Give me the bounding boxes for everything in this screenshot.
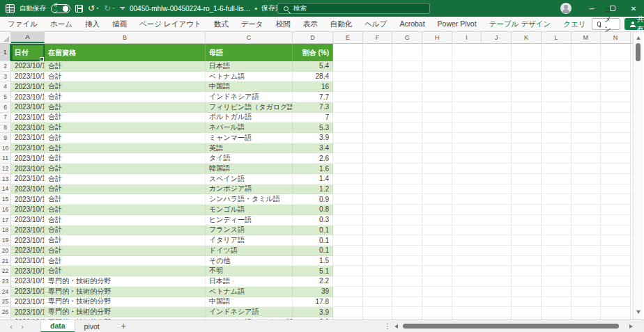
column-header-J[interactable]: J <box>482 32 512 43</box>
row-header-6[interactable]: 6 <box>0 102 11 113</box>
cell-C23[interactable]: 日本語 <box>206 276 293 287</box>
empty-cells-row-9[interactable] <box>333 133 633 143</box>
minimize-button[interactable]: ─ <box>581 0 602 17</box>
vertical-scrollbar-thumb[interactable] <box>636 43 641 61</box>
cell-D22[interactable]: 5.1 <box>293 266 333 276</box>
cell-B3[interactable]: 合計 <box>45 72 206 82</box>
cell-A2[interactable]: 2023/10/1 <box>11 61 45 72</box>
row-header-1[interactable]: 1 <box>0 44 11 61</box>
empty-cells-row-20[interactable] <box>333 246 633 256</box>
empty-cells-row-23[interactable] <box>333 276 633 287</box>
row-header-12[interactable]: 12 <box>0 164 11 174</box>
cell-D14[interactable]: 1.2 <box>293 184 333 195</box>
row-header-18[interactable]: 18 <box>0 226 11 236</box>
scroll-up-icon[interactable] <box>636 36 641 40</box>
sheet-nav-next-icon[interactable]: › <box>17 322 28 331</box>
row-header-14[interactable]: 14 <box>0 184 11 195</box>
cell-D26[interactable]: 3.9 <box>293 307 333 317</box>
cell-A21[interactable]: 2023/10/1 <box>11 256 45 267</box>
cell-C12[interactable]: 韓国語 <box>206 164 293 174</box>
cell-D6[interactable]: 7.3 <box>293 102 333 113</box>
cell-B19[interactable]: 合計 <box>45 235 206 246</box>
ribbon-tab-データ[interactable]: データ <box>235 17 270 31</box>
user-avatar[interactable] <box>560 3 572 14</box>
cell-B20[interactable]: 合計 <box>45 246 206 256</box>
empty-cells-row-2[interactable] <box>333 61 633 72</box>
cell-C3[interactable]: ベトナム語 <box>206 72 293 82</box>
empty-cells-row-24[interactable] <box>333 287 633 297</box>
cell-B14[interactable]: 合計 <box>45 184 206 195</box>
cell-A17[interactable]: 2023/10/1 <box>11 215 45 226</box>
sheet-bar-more-icon[interactable]: ⋮ <box>384 322 391 330</box>
row-header-23[interactable]: 23 <box>0 276 11 287</box>
ribbon-tab-表示[interactable]: 表示 <box>297 17 324 31</box>
row-header-7[interactable]: 7 <box>0 113 11 123</box>
ribbon-tab-挿入[interactable]: 挿入 <box>79 17 106 31</box>
cell-A22[interactable]: 2023/10/1 <box>11 266 45 276</box>
cell-B15[interactable]: 合計 <box>45 194 206 205</box>
cell-C10[interactable]: 英語 <box>206 143 293 154</box>
cell-C1[interactable]: 母語 <box>206 44 293 61</box>
row-header-10[interactable]: 10 <box>0 143 11 154</box>
cell-B9[interactable]: 合計 <box>45 133 206 143</box>
empty-cells-row-14[interactable] <box>333 184 633 195</box>
cell-D10[interactable]: 3.4 <box>293 143 333 154</box>
horizontal-scrollbar-thumb[interactable] <box>403 324 619 329</box>
row-header-24[interactable]: 24 <box>0 287 11 297</box>
cell-C20[interactable]: ドイツ語 <box>206 246 293 256</box>
cell-B10[interactable]: 合計 <box>45 143 206 154</box>
cell-C6[interactable]: フィリピン語（タガログ語） <box>206 102 293 113</box>
column-header-D[interactable]: D <box>293 32 333 43</box>
ribbon-tab-数式[interactable]: 数式 <box>208 17 235 31</box>
ribbon-tab-ヘルプ[interactable]: ヘルプ <box>358 17 393 31</box>
cell-A26[interactable]: 2023/10/1 <box>11 307 45 317</box>
cell-A3[interactable]: 2023/10/1 <box>11 72 45 82</box>
cell-A15[interactable]: 2023/10/1 <box>11 194 45 205</box>
cell-C11[interactable]: タイ語 <box>206 153 293 164</box>
cell-D3[interactable]: 28.4 <box>293 72 333 82</box>
cell-D2[interactable]: 5.4 <box>293 61 333 72</box>
row-header-2[interactable]: 2 <box>0 61 11 72</box>
cell-D15[interactable]: 0.9 <box>293 194 333 205</box>
empty-cells-row-21[interactable] <box>333 256 633 267</box>
row-header-16[interactable]: 16 <box>0 205 11 215</box>
empty-cells-row-25[interactable] <box>333 297 633 308</box>
empty-cells-row-3[interactable] <box>333 72 633 82</box>
cell-D21[interactable]: 1.5 <box>293 256 333 267</box>
sheet-tab-data[interactable]: data <box>40 320 75 332</box>
cell-B5[interactable]: 合計 <box>45 92 206 102</box>
empty-cells-row-11[interactable] <box>333 153 633 164</box>
cell-D23[interactable]: 2.2 <box>293 276 333 287</box>
column-header-G[interactable]: G <box>392 32 422 43</box>
cell-A20[interactable]: 2023/10/1 <box>11 246 45 256</box>
cell-A12[interactable]: 2023/10/1 <box>11 164 45 174</box>
ribbon-contextual-tab-クエリ[interactable]: クエリ <box>557 17 592 31</box>
cell-B4[interactable]: 合計 <box>45 81 206 92</box>
column-header-K[interactable]: K <box>512 32 542 43</box>
cell-A23[interactable]: 2023/10/1 <box>11 276 45 287</box>
cell-B12[interactable]: 合計 <box>45 164 206 174</box>
cell-A10[interactable]: 2023/10/1 <box>11 143 45 154</box>
empty-cells-row-26[interactable] <box>333 307 633 317</box>
cell-D17[interactable]: 0.3 <box>293 215 333 226</box>
cell-B8[interactable]: 合計 <box>45 122 206 133</box>
cell-D18[interactable]: 0.1 <box>293 226 333 236</box>
row-header-5[interactable]: 5 <box>0 92 11 102</box>
cell-B16[interactable]: 合計 <box>45 205 206 215</box>
cell-A7[interactable]: 2023/10/1 <box>11 113 45 123</box>
row-header-8[interactable]: 8 <box>0 122 11 133</box>
cell-B21[interactable]: 合計 <box>45 256 206 267</box>
empty-cells-row-5[interactable] <box>333 92 633 102</box>
share-button[interactable]: 共有 <box>624 18 644 30</box>
cell-A18[interactable]: 2023/10/1 <box>11 226 45 236</box>
cell-D1[interactable]: 割合 (%) <box>293 44 333 61</box>
empty-cells-row-4[interactable] <box>333 81 633 92</box>
cell-A19[interactable]: 2023/10/1 <box>11 235 45 246</box>
ribbon-tab-ページ レイアウト[interactable]: ページ レイアウト <box>133 17 208 31</box>
cell-C25[interactable]: 中国語 <box>206 297 293 308</box>
empty-cells-row-22[interactable] <box>333 266 633 276</box>
column-header-L[interactable]: L <box>542 32 572 43</box>
cell-A11[interactable]: 2023/10/1 <box>11 153 45 164</box>
ribbon-tab-Power Pivot[interactable]: Power Pivot <box>431 17 483 31</box>
cell-D24[interactable]: 39 <box>293 287 333 297</box>
